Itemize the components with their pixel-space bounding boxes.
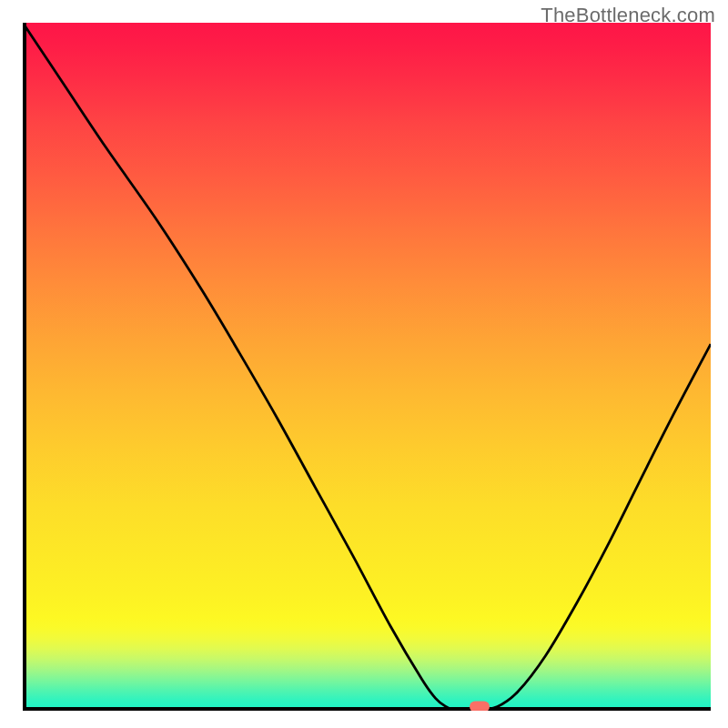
chart-svg [23, 23, 711, 711]
plot-area [23, 23, 711, 711]
axes [25, 23, 711, 709]
optimal-marker [470, 702, 490, 712]
bottleneck-curve [23, 23, 711, 711]
